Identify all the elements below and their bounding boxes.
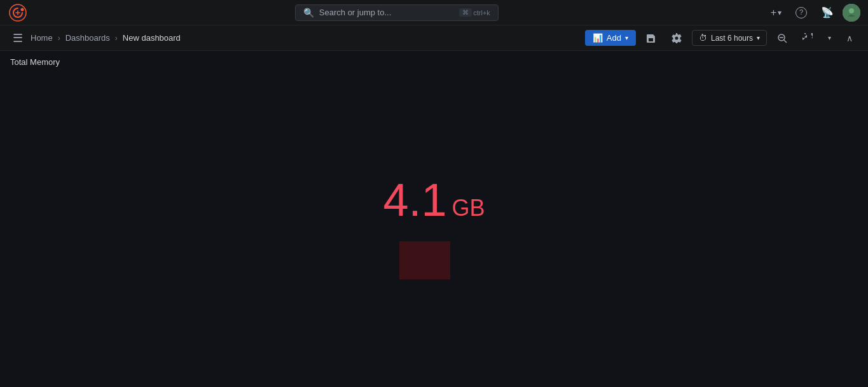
breadcrumb-separator-1: › bbox=[58, 34, 60, 43]
svg-point-1 bbox=[21, 8, 24, 11]
save-button[interactable] bbox=[641, 30, 661, 46]
settings-button[interactable] bbox=[666, 30, 687, 46]
refresh-button[interactable] bbox=[797, 30, 818, 46]
help-button[interactable]: ? bbox=[790, 4, 812, 21]
add-panel-button[interactable]: + ▾ bbox=[766, 5, 787, 20]
breadcrumb-home[interactable]: Home bbox=[31, 33, 53, 43]
zoom-out-button[interactable] bbox=[772, 30, 792, 46]
total-memory-panel: Total Memory 4.1 GB bbox=[0, 51, 868, 387]
add-button[interactable]: 📊 Add ▾ bbox=[585, 30, 636, 46]
collapse-button[interactable]: ∧ bbox=[841, 30, 858, 46]
stat-display: 4.1 GB bbox=[383, 177, 485, 223]
stat-unit: GB bbox=[452, 195, 485, 222]
more-options-button[interactable]: ▾ bbox=[823, 31, 836, 45]
search-bar[interactable]: 🔍 Search or jump to... ⌘ ctrl+k bbox=[295, 4, 499, 21]
panel-title: Total Memory bbox=[0, 51, 868, 67]
news-button[interactable]: 📡 bbox=[816, 5, 839, 20]
topbar: 🔍 Search or jump to... ⌘ ctrl+k + ▾ ? 📡 bbox=[0, 0, 868, 25]
breadcrumb: Home › Dashboards › New dashboard bbox=[31, 33, 181, 43]
search-shortcut: ⌘ ctrl+k bbox=[459, 8, 490, 17]
search-icon: 🔍 bbox=[303, 8, 314, 18]
hamburger-menu[interactable]: ☰ bbox=[10, 29, 25, 48]
search-placeholder: Search or jump to... bbox=[319, 8, 454, 17]
topbar-left bbox=[8, 3, 28, 23]
svg-line-5 bbox=[784, 40, 787, 43]
grafana-logo[interactable] bbox=[8, 3, 28, 23]
stat-value: 4.1 bbox=[383, 177, 446, 223]
breadcrumb-dashboards[interactable]: Dashboards bbox=[65, 33, 110, 43]
breadcrumb-separator-2: › bbox=[115, 34, 118, 43]
panel-content: 4.1 GB bbox=[0, 67, 868, 384]
threshold-indicator bbox=[399, 241, 450, 279]
time-range-button[interactable]: ⏱ Last 6 hours ▾ bbox=[692, 30, 767, 46]
breadcrumb-actions: 📊 Add ▾ ⏱ Last 6 hours ▾ bbox=[585, 30, 858, 46]
topbar-right: + ▾ ? 📡 bbox=[766, 4, 860, 22]
svg-point-3 bbox=[849, 8, 854, 13]
breadcrumb-bar: ☰ Home › Dashboards › New dashboard 📊 Ad… bbox=[0, 25, 868, 51]
breadcrumb-current: New dashboard bbox=[123, 33, 181, 43]
avatar[interactable] bbox=[843, 4, 860, 22]
main-content: Total Memory 4.1 GB bbox=[0, 51, 868, 387]
